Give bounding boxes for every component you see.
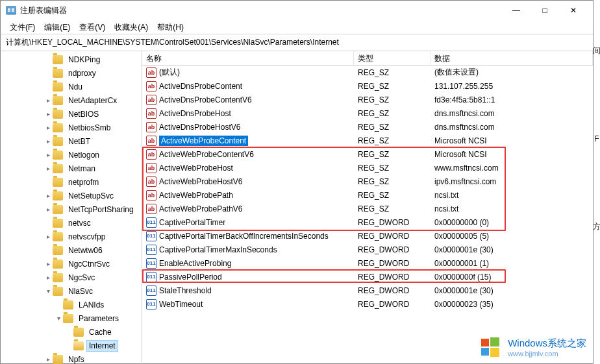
tree-item-netprofm[interactable]: netprofm bbox=[2, 175, 142, 189]
maximize-button[interactable]: □ bbox=[531, 1, 559, 19]
expand-arrow-icon[interactable] bbox=[44, 137, 53, 146]
tree-item-parameters[interactable]: Parameters bbox=[2, 311, 142, 325]
expand-arrow-icon[interactable] bbox=[44, 273, 53, 282]
value-data: 0x0000001e (30) bbox=[431, 286, 593, 295]
cell-name: abActiveWebProbeContent bbox=[142, 136, 354, 146]
list-body: ab(默认)REG_SZ(数值未设置)abActiveDnsProbeConte… bbox=[142, 66, 593, 311]
expand-arrow-icon[interactable] bbox=[54, 314, 63, 323]
registry-value-row[interactable]: abActiveWebProbePathV6REG_SZncsi.txt bbox=[142, 202, 593, 215]
tree-item-netbios[interactable]: NetBIOS bbox=[2, 107, 142, 121]
tree-item-netsetupsvc[interactable]: NetSetupSvc bbox=[2, 189, 142, 202]
menu-edit[interactable]: 编辑(E) bbox=[40, 21, 74, 32]
tree-item-netman[interactable]: Netman bbox=[2, 162, 142, 175]
svg-rect-2 bbox=[8, 10, 10, 12]
address-bar[interactable]: 计算机\HKEY_LOCAL_MACHINE\SYSTEM\ControlSet… bbox=[1, 34, 593, 51]
tree-item-npfs[interactable]: Npfs bbox=[2, 352, 142, 364]
expand-arrow-icon bbox=[64, 328, 73, 337]
list-header: 名称 类型 数据 bbox=[142, 51, 593, 66]
menu-help[interactable]: 帮助(H) bbox=[153, 21, 188, 32]
tree-item-cache[interactable]: Cache bbox=[2, 325, 142, 339]
expand-arrow-icon[interactable] bbox=[44, 260, 53, 269]
tree-item-ngcctnrsvc[interactable]: NgcCtnrSvc bbox=[2, 257, 142, 271]
expand-arrow-icon[interactable] bbox=[44, 164, 53, 173]
tree-item-ngcsvc[interactable]: NgcSvc bbox=[2, 271, 142, 284]
tree-item-ndproxy[interactable]: ndproxy bbox=[2, 66, 142, 80]
registry-value-row[interactable]: 011CaptivePortalTimerMaxInSecondsREG_DWO… bbox=[142, 243, 593, 256]
tree-item-ndu[interactable]: Ndu bbox=[2, 80, 142, 93]
list-pane[interactable]: 名称 类型 数据 ab(默认)REG_SZ(数值未设置)abActiveDnsP… bbox=[142, 51, 593, 364]
registry-value-row[interactable]: ab(默认)REG_SZ(数值未设置) bbox=[142, 66, 593, 79]
registry-value-row[interactable]: abActiveWebProbeContentV6REG_SZMicrosoft… bbox=[142, 147, 593, 161]
value-name: CaptivePortalTimerBackOffIncrementsInSec… bbox=[159, 232, 329, 241]
registry-value-row[interactable]: abActiveWebProbeHostREG_SZwww.msftncsi.c… bbox=[142, 161, 593, 175]
registry-value-row[interactable]: 011WebTimeoutREG_DWORD0x00000023 (35) bbox=[142, 297, 593, 311]
tree-item-lanids[interactable]: LANIds bbox=[2, 298, 142, 311]
menu-file[interactable]: 文件(F) bbox=[6, 21, 39, 32]
expand-arrow-icon[interactable] bbox=[44, 205, 53, 214]
folder-icon bbox=[53, 205, 63, 214]
registry-value-row[interactable]: 011PassivePollPeriodREG_DWORD0x0000000f … bbox=[142, 270, 593, 284]
column-header-name[interactable]: 名称 bbox=[142, 51, 354, 65]
expand-arrow-icon[interactable] bbox=[44, 191, 53, 200]
registry-value-row[interactable]: abActiveDnsProbeHostREG_SZdns.msftncsi.c… bbox=[142, 106, 593, 120]
folder-icon bbox=[53, 219, 63, 228]
value-name: ActiveDnsProbeHostV6 bbox=[159, 123, 240, 132]
registry-value-row[interactable]: abActiveDnsProbeContentREG_SZ131.107.255… bbox=[142, 79, 593, 93]
tree-item-netbt[interactable]: NetBT bbox=[2, 134, 142, 148]
expand-arrow-icon[interactable] bbox=[44, 96, 53, 105]
tree-item-netvsc[interactable]: netvsc bbox=[2, 216, 142, 230]
menu-favorites[interactable]: 收藏夹(A) bbox=[110, 21, 152, 32]
expand-arrow-icon[interactable] bbox=[44, 123, 53, 132]
tree-item-internet[interactable]: Internet bbox=[2, 339, 142, 352]
cell-name: 011EnableActiveProbing bbox=[142, 258, 354, 269]
folder-icon bbox=[53, 123, 63, 132]
registry-value-row[interactable]: 011CaptivePortalTimerBackOffIncrementsIn… bbox=[142, 229, 593, 243]
tree-item-label: ndproxy bbox=[66, 67, 99, 79]
minimize-button[interactable]: — bbox=[502, 1, 531, 19]
column-header-type[interactable]: 类型 bbox=[354, 51, 431, 65]
expand-arrow-icon[interactable] bbox=[44, 287, 53, 296]
tree-item-netvscvfpp[interactable]: netvscvfpp bbox=[2, 230, 142, 243]
tree-item-nlasvc[interactable]: NlaSvc bbox=[2, 284, 142, 298]
column-header-data[interactable]: 数据 bbox=[431, 51, 593, 65]
expand-arrow-icon[interactable] bbox=[44, 355, 53, 364]
value-data: Microsoft NCSI bbox=[431, 136, 593, 145]
expand-arrow-icon bbox=[64, 341, 73, 350]
registry-value-row[interactable]: abActiveWebProbeHostV6REG_SZipv6.msftncs… bbox=[142, 175, 593, 188]
value-type: REG_SZ bbox=[354, 177, 431, 186]
value-type: REG_DWORD bbox=[354, 218, 431, 227]
registry-value-row[interactable]: 011StaleThresholdREG_DWORD0x0000001e (30… bbox=[142, 284, 593, 297]
registry-value-row[interactable]: abActiveDnsProbeHostV6REG_SZdns.msftncsi… bbox=[142, 120, 593, 134]
expand-arrow-icon[interactable] bbox=[44, 151, 53, 160]
expand-arrow-icon[interactable] bbox=[44, 232, 53, 241]
value-data: ncsi.txt bbox=[431, 204, 593, 213]
folder-icon bbox=[53, 96, 63, 105]
tree-item-netwtw06[interactable]: Netwtw06 bbox=[2, 243, 142, 257]
cell-name: abActiveWebProbeHost bbox=[142, 163, 354, 173]
reg-dword-icon: 011 bbox=[146, 231, 156, 241]
value-type: REG_DWORD bbox=[354, 300, 431, 309]
close-button[interactable]: ✕ bbox=[559, 1, 588, 19]
tree-item-nettcpportsharing[interactable]: NetTcpPortSharing bbox=[2, 202, 142, 216]
cell-name: abActiveDnsProbeHostV6 bbox=[142, 122, 354, 132]
tree-item-label: NetSetupSvc bbox=[66, 190, 116, 202]
value-type: REG_SZ bbox=[354, 123, 431, 132]
menu-view[interactable]: 查看(V) bbox=[75, 21, 109, 32]
value-data: ncsi.txt bbox=[431, 191, 593, 200]
tree-item-netbiossmb[interactable]: NetbiosSmb bbox=[2, 121, 142, 134]
titlebar[interactable]: 注册表编辑器 — □ ✕ bbox=[1, 1, 593, 20]
tree-item-netlogon[interactable]: Netlogon bbox=[2, 148, 142, 162]
registry-value-row[interactable]: abActiveWebProbePathREG_SZncsi.txt bbox=[142, 188, 593, 202]
registry-value-row[interactable]: 011CaptivePortalTimerREG_DWORD0x00000000… bbox=[142, 215, 593, 229]
tree-item-label: Parameters bbox=[76, 313, 121, 324]
tree-pane[interactable]: NDKPingndproxyNduNetAdapterCxNetBIOSNetb… bbox=[1, 51, 142, 364]
expand-arrow-icon[interactable] bbox=[44, 110, 53, 119]
registry-value-row[interactable]: abActiveDnsProbeContentV6REG_SZfd3e:4f5a… bbox=[142, 93, 593, 106]
tree-item-label: Internet bbox=[86, 340, 118, 352]
registry-value-row[interactable]: 011EnableActiveProbingREG_DWORD0x0000000… bbox=[142, 256, 593, 270]
tree-item-ndkping[interactable]: NDKPing bbox=[2, 53, 142, 66]
tree-item-netadaptercx[interactable]: NetAdapterCx bbox=[2, 93, 142, 107]
registry-value-row[interactable]: abActiveWebProbeContentREG_SZMicrosoft N… bbox=[142, 134, 593, 147]
svg-rect-4 bbox=[12, 10, 14, 12]
folder-icon bbox=[53, 232, 63, 241]
